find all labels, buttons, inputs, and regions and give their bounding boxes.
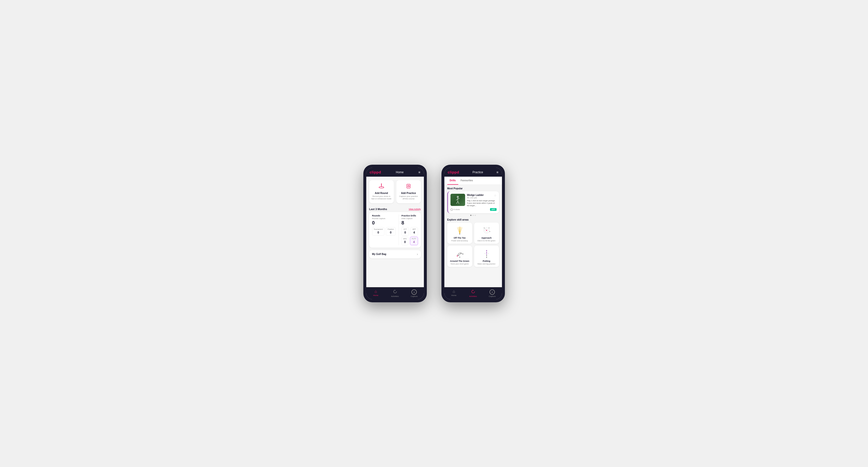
home-content: Add Round Record your shots in fast or e…: [366, 177, 424, 287]
nav-capture-label: Capture: [411, 295, 417, 298]
phone-practice: clippd Practice ≡ Drills Favourites Most…: [441, 165, 505, 302]
svg-point-13: [451, 209, 453, 211]
app-box: APP 4: [410, 227, 418, 236]
app-logo: clippd: [370, 170, 381, 174]
phone-home: clippd Home ≡ Add Round Record your: [363, 165, 427, 302]
app-value: 4: [413, 231, 415, 234]
add-practice-title: Add Practice: [398, 192, 419, 194]
add-practice-icon: [398, 183, 419, 191]
putting-desc: Make and lag practice: [476, 263, 497, 265]
menu-icon[interactable]: ≡: [418, 170, 420, 174]
nav-activities-label: Activities: [391, 295, 399, 298]
practice-menu-icon[interactable]: ≡: [496, 170, 498, 174]
approach-desc: Dial-in to hit the green: [476, 240, 497, 242]
nav-home[interactable]: ⌂ Home: [366, 287, 385, 300]
practice-nav-activities[interactable]: Activities: [463, 287, 483, 300]
drills-capture-label: Drills Capture: [401, 217, 418, 220]
off-the-tee-name: Off The Tee: [449, 237, 470, 239]
skill-putting[interactable]: Putting Make and lag practice: [474, 246, 499, 267]
drills-capture-value: 8: [401, 220, 418, 226]
practice-home-icon: ⌂: [453, 289, 455, 294]
nav-activities[interactable]: Activities: [385, 287, 405, 300]
practice-nav-home[interactable]: ⌂ Home: [444, 287, 464, 300]
drill-footer: 9 shots APP: [451, 208, 497, 211]
nav-home-label: Home: [373, 294, 378, 297]
skill-approach[interactable]: Approach Dial-in to hit the green: [474, 222, 499, 244]
add-round-icon: [371, 183, 392, 191]
putt-label: PUTT: [412, 238, 416, 240]
tab-drills[interactable]: Drills: [447, 177, 458, 185]
dot-1: [470, 215, 471, 216]
svg-point-28: [458, 255, 459, 256]
add-round-card[interactable]: Add Round Record your shots in fast or e…: [369, 180, 394, 203]
drill-desc: Play 1 shot at each target yardage. If y…: [467, 199, 497, 207]
drill-shots: 9 shots: [451, 208, 460, 211]
svg-point-34: [486, 255, 487, 256]
golf-bag-row[interactable]: My Golf Bag ›: [369, 250, 421, 258]
add-round-title: Add Round: [371, 192, 392, 194]
skill-grid: Off The Tee Power and accuracy: [444, 222, 502, 269]
nav-capture[interactable]: + Capture: [405, 287, 424, 300]
off-the-tee-desc: Power and accuracy: [449, 240, 470, 242]
svg-point-37: [488, 253, 489, 254]
carousel-dots: [444, 213, 502, 217]
add-practice-desc: Capture your practice off-the-course: [398, 195, 419, 200]
practice-label: Practice: [388, 228, 394, 230]
drill-card-featured[interactable]: Wedge Ladder 50–100 yds Play 1 shot at e…: [447, 191, 499, 213]
svg-line-10: [458, 198, 460, 199]
drill-info: Wedge Ladder 50–100 yds Play 1 shot at e…: [467, 194, 497, 207]
off-the-tee-icon: [454, 225, 466, 235]
rounds-col: Rounds Rounds Capture 0 Tournament 0 Pra…: [372, 215, 396, 245]
svg-point-30: [459, 257, 460, 258]
tournament-label: Tournament: [374, 228, 383, 230]
svg-point-25: [489, 231, 490, 232]
activity-header: Last 3 Months View Activity: [366, 206, 424, 212]
ott-box: OTT 0: [401, 227, 409, 236]
add-round-desc: Record your shots in fast or enhanced mo…: [371, 195, 392, 200]
app-label: APP: [412, 228, 416, 230]
around-the-green-icon: [454, 249, 466, 258]
drill-thumbnail: [451, 194, 465, 206]
ott-value: 0: [404, 231, 406, 234]
svg-marker-2: [381, 183, 382, 184]
practice-activities-icon: [471, 289, 475, 295]
svg-point-7: [457, 196, 459, 198]
practice-capture-icon: +: [490, 289, 495, 295]
home-title: Home: [396, 170, 404, 174]
svg-rect-1: [381, 184, 382, 187]
svg-point-33: [486, 253, 487, 254]
rounds-title: Rounds: [372, 215, 396, 217]
arg-box: ARG 0: [401, 237, 408, 245]
practice-content: Most Popular: [444, 185, 502, 287]
view-activity-link[interactable]: View Activity: [409, 208, 421, 210]
practice-bottom-nav: ⌂ Home Activities + Capture: [444, 287, 502, 300]
svg-point-31: [486, 250, 487, 251]
around-the-green-name: Around The Green: [449, 260, 470, 262]
dot-2: [472, 215, 474, 216]
tournament-value: 0: [377, 231, 379, 234]
tournament-box: Tournament 0: [372, 227, 384, 236]
favorite-star-icon[interactable]: ☆: [494, 194, 497, 197]
action-cards: Add Round Record your shots in fast or e…: [366, 177, 424, 206]
svg-line-14: [457, 227, 460, 234]
practice-box: Practice 0: [386, 227, 395, 236]
svg-point-24: [489, 228, 489, 228]
practice-tabs: Drills Favourites: [444, 177, 502, 185]
svg-line-12: [458, 201, 459, 204]
add-practice-card[interactable]: Add Practice Capture your practice off-t…: [396, 180, 421, 203]
home-bottom-nav: ⌂ Home Activities + Capture: [366, 287, 424, 300]
tab-favourites[interactable]: Favourites: [458, 177, 475, 185]
putting-icon: [480, 249, 493, 258]
putting-name: Putting: [476, 260, 497, 262]
svg-point-35: [486, 257, 487, 258]
home-nav-icon: ⌂: [375, 289, 377, 294]
practice-nav-home-label: Home: [451, 294, 456, 297]
skill-around-the-green[interactable]: Around The Green Hone your short game: [447, 246, 472, 267]
drills-title: Practice Drills: [401, 215, 418, 217]
skill-off-the-tee[interactable]: Off The Tee Power and accuracy: [447, 222, 472, 244]
svg-point-29: [462, 253, 463, 254]
svg-line-11: [457, 201, 458, 204]
approach-name: Approach: [476, 237, 497, 239]
practice-header: clippd Practice ≡: [444, 167, 502, 177]
practice-nav-capture[interactable]: + Capture: [483, 287, 502, 300]
